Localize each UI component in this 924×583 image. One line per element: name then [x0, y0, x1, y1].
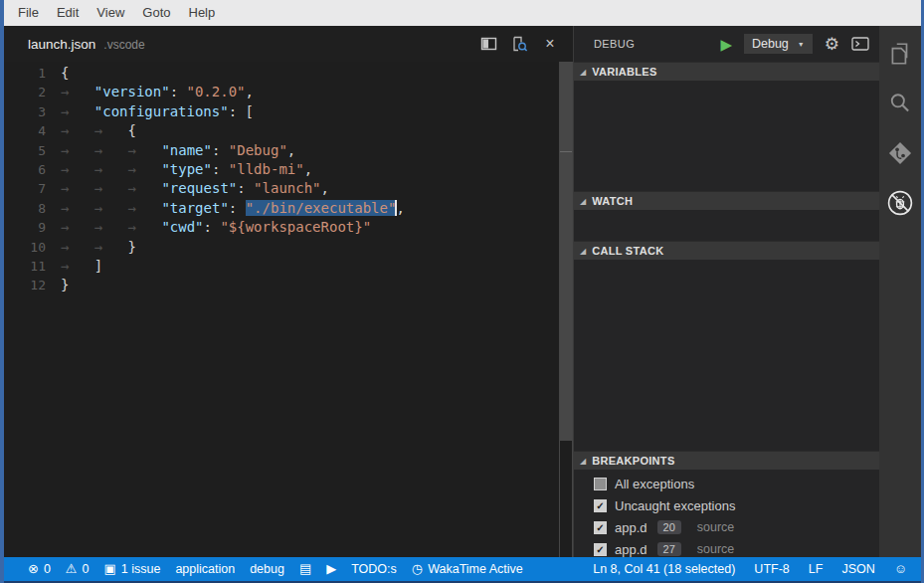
statusbar-item-application[interactable]: application: [175, 562, 235, 576]
line-content: →→→"type": "lldb-mi",: [61, 160, 312, 179]
tab-whitespace-icon: →: [61, 199, 94, 218]
section-breakpoints[interactable]: ◢ BREAKPOINTS: [574, 451, 879, 470]
configure-gear-icon[interactable]: ⚙: [825, 36, 839, 53]
statusbar-item-todo-s[interactable]: TODO:s: [351, 562, 397, 576]
breakpoint-row[interactable]: ✓app.d20source: [574, 516, 879, 538]
line-content: →]: [61, 257, 102, 276]
code-line: 8→→→"target": "./bin/executable",: [4, 199, 573, 218]
breakpoint-checkbox[interactable]: [594, 478, 607, 490]
line-content: →→→"target": "./bin/executable",: [61, 199, 405, 218]
smiley-icon: ☺: [894, 562, 907, 576]
explorer-icon[interactable]: [886, 40, 914, 68]
breakpoint-checkbox[interactable]: ✓: [594, 499, 607, 512]
debug-config-dropdown[interactable]: Debug ▼: [744, 34, 813, 54]
statusbar-item-debug[interactable]: debug: [250, 562, 284, 576]
line-number: 5: [4, 141, 46, 160]
statusbar-label: LF: [809, 562, 824, 576]
tab-whitespace-icon: →: [94, 238, 128, 257]
scrollbar-thumb[interactable]: [560, 62, 572, 441]
start-debug-icon[interactable]: ▶: [720, 37, 732, 52]
breakpoint-row[interactable]: ✓Uncaught exceptions: [574, 494, 879, 516]
code-line: 12}: [4, 276, 573, 294]
menu-item-help[interactable]: Help: [180, 0, 225, 26]
tab-whitespace-icon: →: [61, 102, 94, 121]
code-line: 10→→}: [4, 238, 573, 257]
tab-launch-json[interactable]: launch.json .vscode: [28, 37, 145, 52]
tab-whitespace-icon: →: [128, 160, 162, 179]
menu-item-goto[interactable]: Goto: [133, 0, 179, 26]
line-number-badge: 27: [657, 542, 681, 556]
line-number: 8: [4, 199, 46, 218]
statusbar-item-json[interactable]: JSON: [841, 562, 874, 576]
editor-actions: ×: [479, 35, 559, 53]
status-right: Ln 8, Col 41 (18 selected)UTF-8LFJSON☺: [574, 562, 907, 576]
breakpoint-label: app.d: [615, 542, 647, 557]
git-icon[interactable]: [886, 139, 914, 167]
statusbar-item-wakatime-active[interactable]: ◷WakaTime Active: [412, 562, 523, 576]
breakpoint-label: All exceptions: [615, 477, 694, 491]
vscode-window: FileEditViewGotoHelp launch.json .vscode…: [0, 0, 924, 583]
statusbar-label: 0: [83, 562, 90, 576]
statusbar-label: Ln 8, Col 41 (18 selected): [593, 562, 735, 576]
chevron-down-icon: ▼: [798, 41, 805, 48]
statusbar-label: WakaTime Active: [428, 562, 523, 576]
tab-whitespace-icon: →: [128, 179, 162, 198]
debug-toolbar: ▶ Debug ▼ ⚙: [720, 34, 869, 54]
twistie-icon: ◢: [580, 197, 586, 206]
breakpoint-row[interactable]: All exceptions: [574, 473, 879, 494]
statusbar-item[interactable]: ▶: [326, 562, 336, 576]
statusbar-item-0[interactable]: ⊗0: [28, 562, 51, 576]
menubar: FileEditViewGotoHelp: [4, 0, 921, 26]
statusbar-item[interactable]: ☺: [894, 562, 907, 576]
menu-item-file[interactable]: File: [9, 0, 48, 26]
code-editor[interactable]: 1{2→"version": "0.2.0",3→"configurations…: [4, 62, 573, 295]
statusbar-item[interactable]: ▤: [299, 562, 311, 576]
debug-console-icon[interactable]: [851, 37, 869, 51]
twistie-icon: ◢: [580, 457, 586, 466]
section-variables[interactable]: ◢ VARIABLES: [574, 62, 879, 81]
tab-whitespace-icon: →: [128, 199, 162, 218]
close-icon[interactable]: ×: [541, 35, 559, 53]
editor-scrollbar[interactable]: [559, 62, 573, 557]
statusbar-label: application: [175, 562, 235, 576]
editor-group: launch.json .vscode × 1{2→"version": "0.…: [4, 26, 573, 557]
tab-detail: .vscode: [103, 38, 144, 52]
debug-icon[interactable]: [886, 189, 914, 217]
line-content: →→}: [61, 238, 136, 257]
tab-whitespace-icon: →: [94, 160, 128, 179]
statusbar-item-ln-8-col-41-18-selected-[interactable]: Ln 8, Col 41 (18 selected): [593, 562, 735, 576]
statusbar-item-utf-8[interactable]: UTF-8: [754, 562, 789, 576]
issues-box-icon: ▣: [103, 562, 115, 576]
statusbar-item-1-issue[interactable]: ▣1 issue: [103, 562, 160, 576]
tab-whitespace-icon: →: [61, 218, 94, 237]
split-editor-icon[interactable]: [479, 35, 497, 53]
open-preview-icon[interactable]: [510, 35, 528, 53]
line-number: 12: [4, 276, 46, 294]
code-line: 2→"version": "0.2.0",: [4, 83, 573, 101]
statusbar-item-0[interactable]: ⚠0: [66, 562, 90, 576]
main-area: launch.json .vscode × 1{2→"version": "0.…: [4, 26, 921, 557]
menu-item-edit[interactable]: Edit: [48, 0, 88, 26]
search-icon[interactable]: [886, 90, 914, 117]
section-watch[interactable]: ◢ WATCH: [574, 191, 879, 210]
statusbar-label: 1 issue: [121, 562, 161, 576]
line-content: →"configurations": [: [61, 102, 254, 121]
line-number-badge: 20: [657, 520, 681, 534]
sidebar-title: DEBUG: [594, 38, 720, 50]
statusbar-label: 0: [44, 562, 51, 576]
breakpoint-checkbox[interactable]: ✓: [594, 543, 607, 556]
selected-text: "./bin/executable": [246, 200, 397, 216]
menu-item-view[interactable]: View: [88, 0, 133, 26]
line-number: 6: [4, 160, 46, 179]
statusbar-label: debug: [250, 562, 284, 576]
line-content: {: [61, 64, 69, 83]
line-content: →"version": "0.2.0",: [61, 83, 254, 101]
code-line: 5→→→"name": "Debug",: [4, 141, 573, 160]
section-call-stack[interactable]: ◢ CALL STACK: [574, 241, 879, 260]
statusbar-item-lf[interactable]: LF: [809, 562, 824, 576]
breakpoint-checkbox[interactable]: ✓: [594, 521, 607, 534]
statusbar-label: TODO:s: [351, 562, 397, 576]
code-line: 3→"configurations": [: [4, 102, 573, 121]
editor-body: 1{2→"version": "0.2.0",3→"configurations…: [4, 62, 573, 557]
statusbar-label: JSON: [841, 562, 874, 576]
